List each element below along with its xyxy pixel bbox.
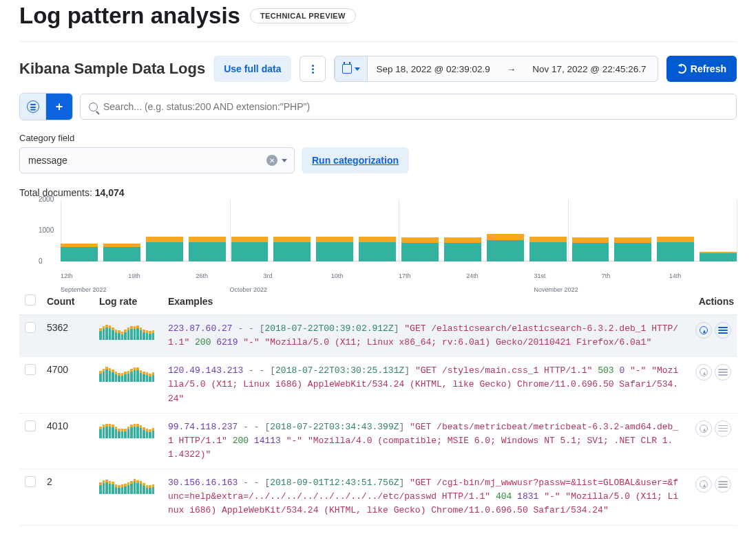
discover-action-icon[interactable] (695, 476, 712, 493)
table-row[interactable]: 5362223.87.60.27 - - [2018-07-22T00:39:0… (19, 315, 737, 357)
select-all-checkbox[interactable] (25, 294, 36, 305)
log-rate-sparkline (99, 476, 154, 494)
col-actions: Actions (687, 289, 737, 315)
table-row[interactable]: 4700120.49.143.213 - - [2018-07-22T03:30… (19, 357, 737, 413)
kql-toggle-button[interactable] (20, 94, 46, 120)
example-text: 99.74.118.237 - - [2018-07-22T03:34:43.3… (168, 420, 682, 462)
row-count: 2 (41, 469, 94, 525)
results-table: Count Log rate Examples Actions 5362223.… (19, 289, 737, 526)
example-text: 30.156.16.163 - - [2018-09-01T12:43:51.7… (168, 476, 682, 517)
category-field-select[interactable]: message ✕ (19, 147, 295, 173)
search-icon (89, 103, 98, 111)
run-categorization-button[interactable]: Run categorization (302, 147, 409, 173)
discover-action-icon[interactable] (695, 420, 712, 437)
table-row[interactable]: 230.156.16.163 - - [2018-09-01T12:43:51.… (19, 469, 737, 525)
refresh-icon (677, 64, 686, 74)
date-end: Nov 17, 2022 @ 22:45:26.7 (524, 56, 654, 81)
refresh-button[interactable]: Refresh (666, 56, 737, 82)
table-row[interactable]: 401099.74.118.237 - - [2018-07-22T03:34:… (19, 413, 737, 469)
filter-action-icon[interactable] (715, 476, 731, 493)
discover-action-icon[interactable] (695, 364, 712, 380)
search-bar[interactable] (80, 94, 737, 120)
date-range-picker[interactable]: Sep 18, 2022 @ 02:39:02.9 → Nov 17, 2022… (334, 56, 658, 82)
tech-preview-badge: TECHNICAL PREVIEW (250, 8, 356, 23)
discover-action-icon[interactable] (695, 322, 712, 339)
category-field-label: Category field (19, 133, 737, 143)
log-rate-sparkline (99, 364, 154, 382)
row-checkbox[interactable] (25, 364, 36, 375)
dataset-title: Kibana Sample Data Logs (19, 60, 205, 78)
add-filter-button[interactable]: + (46, 94, 72, 120)
chevron-down-icon (282, 159, 287, 162)
arrow-right-icon: → (498, 56, 525, 81)
example-text: 223.87.60.27 - - [2018-07-22T00:39:02.91… (168, 322, 682, 350)
filter-action-icon[interactable] (715, 364, 731, 380)
calendar-icon (342, 64, 352, 74)
page-title: Log pattern analysis (19, 3, 240, 29)
use-full-data-button[interactable]: Use full data (213, 56, 291, 82)
row-count: 5362 (41, 315, 94, 357)
clear-icon[interactable]: ✕ (266, 155, 277, 166)
row-count: 4010 (41, 413, 94, 469)
chevron-down-icon (355, 67, 360, 71)
filter-lines-icon (27, 100, 39, 113)
log-rate-sparkline (99, 322, 154, 340)
filter-action-icon[interactable] (715, 420, 731, 437)
row-count: 4700 (41, 357, 94, 413)
refresh-label: Refresh (691, 63, 726, 74)
row-checkbox[interactable] (25, 420, 36, 431)
example-text: 120.49.143.213 - - [2018-07-22T03:30:25.… (168, 364, 682, 405)
calendar-button[interactable] (335, 56, 368, 82)
row-checkbox[interactable] (25, 322, 36, 333)
filter-action-icon[interactable] (715, 322, 731, 339)
row-checkbox[interactable] (25, 476, 36, 487)
search-input[interactable] (103, 101, 728, 112)
plus-icon: + (56, 100, 63, 114)
histogram-chart[interactable]: 010002000 12th19th26th3rd10th17th24th31s… (19, 200, 737, 275)
total-documents: Total documents: 14,074 (19, 187, 737, 198)
dots-vertical-icon (312, 65, 314, 74)
field-stats-button[interactable] (300, 56, 326, 82)
category-field-value: message (28, 155, 67, 166)
date-start: Sep 18, 2022 @ 02:39:02.9 (368, 56, 498, 81)
log-rate-sparkline (99, 420, 154, 438)
